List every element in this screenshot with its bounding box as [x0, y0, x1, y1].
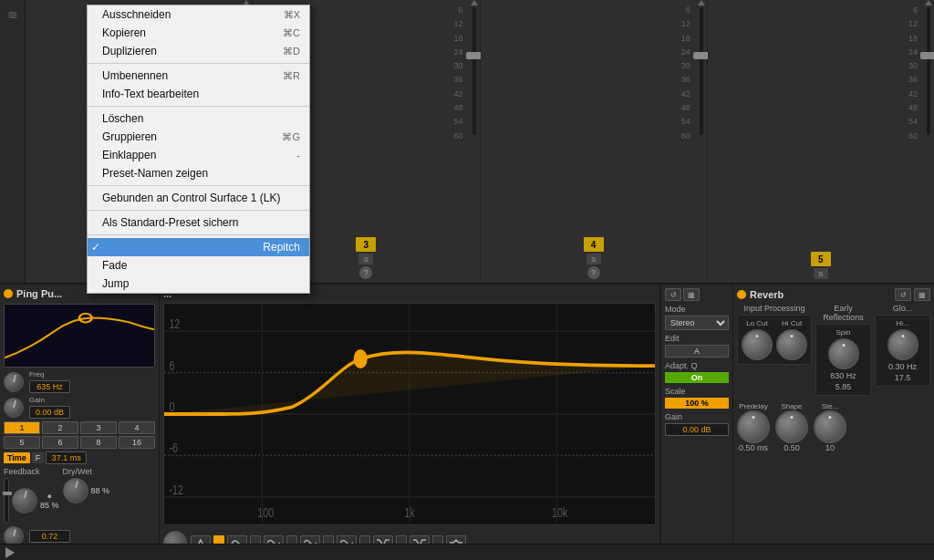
menu-item-jump[interactable]: Jump [88, 275, 309, 293]
menu-item-group-label: Gruppieren [102, 130, 157, 143]
fader-container-3[interactable] [696, 0, 707, 233]
context-menu: Ausschneiden ⌘X Kopieren ⌘C Duplizieren … [87, 5, 310, 294]
drywet-knob[interactable] [63, 478, 88, 503]
fader-handle-4[interactable] [920, 52, 934, 59]
time-mode-btn[interactable]: F [32, 452, 45, 463]
feedback-knob[interactable] [12, 488, 37, 513]
menu-item-savedefault[interactable]: Als Standard-Preset sichern [88, 213, 309, 232]
s-button-3[interactable]: S [586, 254, 601, 264]
fader-track-2[interactable] [472, 7, 476, 135]
drywet-controls: 88 % [63, 478, 110, 503]
global-value2: 17.5 [895, 373, 911, 382]
eq-settings-icons: ↺ ▦ [665, 288, 729, 301]
global-value1: 0.30 Hz [888, 362, 917, 371]
channel-bottom-4: 5 S [708, 248, 934, 283]
track-badge-4[interactable]: 5 [811, 252, 831, 266]
predelay-value: 0.50 ms [739, 443, 768, 452]
feedback-slider-thumb [3, 492, 12, 495]
menu-item-fade[interactable]: Fade [88, 256, 309, 275]
s-button-2[interactable]: S [358, 254, 373, 264]
menu-item-collapse[interactable]: Einklappen - [88, 146, 309, 164]
menu-item-editinfo[interactable]: Info-Text bearbeiten [88, 85, 309, 103]
predelay-knob[interactable] [737, 410, 770, 443]
help-button-2[interactable]: ? [359, 266, 372, 279]
menu-item-controlsurface[interactable]: Gebunden an Control Surface 1 (LK) [88, 189, 309, 207]
adaptq-label: Adapt. Q [665, 361, 729, 370]
edit-label: Edit [665, 334, 729, 343]
spin-knob[interactable] [828, 338, 859, 369]
gain-value[interactable]: 0.00 dB [29, 406, 70, 419]
fader-track-3[interactable] [700, 7, 703, 135]
mode-label: Mode [665, 305, 729, 314]
reverb-reset-icon[interactable]: ↺ [895, 288, 911, 301]
menu-item-group[interactable]: Gruppieren ⌘G [88, 128, 309, 146]
time-label-btn[interactable]: Time [4, 452, 30, 463]
freq-label: Freq [29, 370, 70, 379]
menu-item-cut[interactable]: Ausschneiden ⌘X [88, 5, 309, 24]
menu-item-showpreset[interactable]: Preset-Namen zeigen [88, 164, 309, 182]
menu-item-duplicate[interactable]: Duplizieren ⌘D [88, 42, 309, 60]
reverb-graph-icon[interactable]: ▦ [914, 288, 930, 301]
num-btn-4[interactable]: 4 [119, 421, 155, 434]
menu-item-delete[interactable]: Löschen [88, 109, 309, 128]
freq-value[interactable]: 635 Hz [29, 380, 70, 393]
fader-track-4[interactable] [927, 7, 930, 135]
global-knob[interactable] [887, 329, 918, 360]
channel-triangle-2 [471, 0, 478, 5]
drywet-section: Dry/Wet 88 % [63, 467, 110, 524]
reverb-title-bar: Reverb ↺ ▦ [737, 288, 930, 301]
help-button-3[interactable]: ? [587, 266, 600, 279]
num-btn-16[interactable]: 16 [119, 436, 155, 449]
time-value[interactable]: 37.1 ms [46, 451, 87, 464]
svg-text:12: 12 [169, 316, 180, 331]
feedback-label: Feedback [4, 467, 45, 476]
menu-item-copy[interactable]: Kopieren ⌘C [88, 24, 309, 42]
q-value[interactable]: 0.72 [29, 530, 70, 543]
global-hi-label: Hi... [896, 319, 908, 327]
feedback-slider[interactable] [4, 478, 9, 524]
num-btn-6[interactable]: 6 [42, 436, 78, 449]
num-btn-1[interactable]: 1 [4, 421, 40, 434]
shape-knob[interactable] [775, 410, 808, 443]
scale-label: Scale [665, 387, 729, 396]
num-btn-2[interactable]: 2 [42, 421, 78, 434]
hicut-control: Hi Cut [776, 319, 807, 360]
track-badge-3[interactable]: 4 [584, 237, 604, 252]
gain-value[interactable]: 0.00 dB [665, 423, 729, 436]
num-btn-5[interactable]: 5 [4, 436, 40, 449]
adaptq-value[interactable]: On [665, 372, 729, 383]
s-button-4[interactable]: S [814, 268, 828, 279]
fader-container-2[interactable] [469, 0, 480, 233]
locut-knob[interactable] [742, 329, 773, 360]
eq-display[interactable]: 12 6 0 -6 -12 100 1k 10k [163, 303, 656, 525]
svg-text:6: 6 [169, 358, 174, 373]
svg-rect-0 [5, 305, 154, 367]
panel-left-icons: ≋ [0, 0, 26, 283]
track-badge-2[interactable]: 3 [356, 237, 376, 252]
num-btn-3[interactable]: 3 [80, 421, 117, 434]
num-btn-8[interactable]: 8 [80, 436, 117, 449]
hicut-knob-dot [791, 335, 794, 337]
reverb-sections: Input Processing Lo Cut Hi Cut [737, 304, 930, 396]
mixer-channel-3: 6 12 18 24 30 36 42 48 54 60 4 S ? [481, 0, 708, 283]
transport-bar [0, 544, 934, 560]
fader-container-4[interactable] [923, 0, 934, 248]
ste-knob[interactable] [814, 410, 846, 443]
gain-knob[interactable] [4, 398, 24, 418]
gain-section: Gain 0.00 dB [665, 412, 729, 436]
freq-knob[interactable] [4, 372, 24, 392]
scale-value[interactable]: 100 % [665, 398, 729, 409]
edit-value[interactable]: A [665, 345, 729, 358]
menu-item-rename[interactable]: Umbenennen ⌘R [88, 67, 309, 85]
menu-item-repitch[interactable]: Repitch [88, 238, 309, 256]
global-title: Glo... [875, 304, 930, 313]
mode-select[interactable]: Stereo [665, 316, 729, 330]
hicut-knob[interactable] [776, 329, 807, 360]
eq-graph-icon[interactable]: ▦ [683, 288, 700, 301]
eq-reset-icon[interactable]: ↺ [665, 288, 681, 301]
channel-scale-3: 6 12 18 24 30 36 42 48 54 60 [481, 0, 696, 233]
play-button[interactable] [5, 547, 16, 558]
menu-item-copy-shortcut: ⌘C [283, 27, 300, 39]
svg-text:10k: 10k [552, 505, 568, 521]
locut-hicut-row: Lo Cut Hi Cut [742, 319, 807, 360]
